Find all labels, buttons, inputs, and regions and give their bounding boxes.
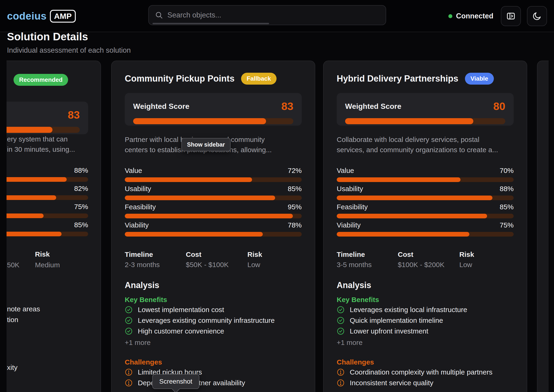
status-label: Connected [456, 12, 493, 20]
metric-row: 75% [7, 203, 88, 218]
description-fragment: in 30 minutes, using... [7, 145, 75, 153]
check-circle-icon [337, 306, 345, 314]
metric-bar [125, 214, 302, 218]
alert-circle-icon [125, 368, 133, 376]
key-benefits-heading: Key Benefits [125, 296, 302, 304]
app-logo: codeius AMP [7, 0, 76, 32]
weighted-score-box: Weighted Score 83 [125, 93, 302, 126]
logo-amp-badge: AMP [50, 10, 76, 23]
weighted-score-bar [133, 118, 293, 124]
page-subtitle: Individual assessment of each solution [7, 46, 131, 55]
challenge-item: Dependency on partner availability [125, 378, 302, 388]
alert-circle-icon [125, 379, 133, 387]
search-input[interactable] [167, 11, 380, 19]
metric-row: 88% [7, 166, 88, 182]
search-icon [155, 11, 163, 19]
top-header: codeius AMP Connected [0, 0, 554, 32]
check-circle-icon [337, 327, 345, 335]
show-sidebar-tooltip: Show sidebar [181, 138, 231, 151]
toggle-sidebar-button[interactable] [501, 6, 521, 26]
metrics-list: Value 70% Usability 88% Feasibility 85% … [337, 167, 514, 237]
metric-row: Value 72% [125, 167, 302, 182]
benefit-item: Quick implementation timeline [337, 316, 514, 325]
card-title: Community Pickup Points [125, 74, 234, 84]
metric-bar [7, 213, 88, 218]
benefits-more: +1 more [125, 339, 302, 347]
fallback-badge: Fallback [241, 73, 277, 84]
challenge-item: Limited pickup hours [125, 368, 302, 377]
benefit-item: Leverages existing local infrastructure [337, 305, 514, 314]
benefit-item: Leverages existing community infrastruct… [125, 316, 302, 325]
metric-row: Feasibility 85% [337, 203, 514, 218]
weighted-score-label: Weighted Score [133, 102, 189, 111]
sidebar-panel-icon [506, 11, 516, 21]
timeline-col: Timeline 3-5 months [337, 251, 398, 269]
analysis-heading: Analysis [337, 280, 514, 290]
solution-card-hybrid-delivery-partnerships: Hybrid Delivery Partnerships Viable Weig… [323, 61, 527, 392]
search-underline [152, 23, 269, 24]
benefits-more: +1 more [337, 339, 514, 347]
description-fragment: ery system that can [7, 135, 68, 143]
challenge-item: Coordination complexity with multiple pa… [337, 368, 514, 377]
metric-row: Viability 78% [125, 221, 302, 237]
benefit-item-fragment: note areas [7, 305, 40, 313]
logo-text: codeius [7, 10, 47, 22]
search-bar[interactable] [148, 5, 386, 25]
metric-bar [125, 177, 302, 182]
metric-bar [337, 177, 514, 182]
recommended-badge: Recommended [14, 74, 68, 86]
challenge-item-fragment: xity [7, 364, 17, 371]
screenshot-tooltip: Screenshot [152, 374, 199, 389]
metric-bar [125, 196, 302, 200]
weighted-score-value: 83 [68, 109, 80, 121]
metric-bar [7, 232, 88, 236]
risk-col: Risk Low [459, 251, 514, 269]
challenges-heading: Challenges [125, 358, 302, 366]
alert-circle-icon [337, 379, 345, 387]
benefit-item: Lowest implementation cost [125, 305, 302, 314]
solution-card-partial-right [537, 61, 549, 392]
challenge-item: Inconsistent service quality [337, 378, 514, 388]
connection-status: Connected [448, 12, 493, 20]
benefit-item: High customer convenience [125, 327, 302, 336]
check-circle-icon [125, 327, 133, 335]
theme-toggle-button[interactable] [527, 6, 547, 26]
weighted-score-bar [345, 118, 505, 124]
metric-bar [7, 195, 88, 200]
metric-row: Viability 75% [337, 221, 514, 237]
metric-row: Usability 85% [125, 185, 302, 200]
solution-card-community-pickup-points: Community Pickup Points Fallback Weighte… [111, 61, 315, 392]
challenges-more: +2 more [125, 390, 302, 392]
weighted-score-value: 80 [493, 100, 505, 112]
metric-row: 82% [7, 185, 88, 200]
risk-label: Risk [35, 250, 50, 258]
moon-icon [532, 11, 542, 21]
weighted-score-box: 83 [7, 102, 88, 134]
weighted-score-bar [7, 127, 80, 133]
page-title: Solution Details [7, 30, 88, 43]
weighted-score-value: 83 [281, 100, 293, 112]
viable-badge: Viable [465, 73, 494, 84]
metric-bar [7, 177, 88, 182]
cost-col: Cost $100K - $200K [398, 251, 459, 269]
key-benefits-heading: Key Benefits [337, 296, 514, 304]
metrics-list: 88% 82% 75% 85% [7, 166, 88, 239]
weighted-score-label: Weighted Score [345, 102, 401, 111]
metric-row: Value 70% [337, 167, 514, 182]
metrics-list: Value 72% Usability 85% Feasibility 95% … [125, 167, 302, 237]
cost-col: Cost $50K - $100K [186, 251, 247, 269]
risk-value: Medium [35, 261, 60, 269]
metric-bar [337, 196, 514, 200]
check-circle-icon [125, 316, 133, 324]
solutions-scroll-area[interactable]: Recommended 83 ery system that can in 30… [7, 61, 549, 392]
card-description: Collaborate with local delivery services… [337, 134, 514, 155]
metric-bar [125, 232, 302, 237]
check-circle-icon [125, 306, 133, 314]
benefit-item-fragment: tion [7, 316, 18, 324]
status-dot-icon [448, 14, 452, 18]
challenges-heading: Challenges [337, 358, 514, 366]
analysis-heading: Analysis [125, 280, 302, 290]
risk-col: Risk Low [247, 251, 302, 269]
alert-circle-icon [337, 368, 345, 376]
weighted-score-box: Weighted Score 80 [337, 93, 514, 126]
